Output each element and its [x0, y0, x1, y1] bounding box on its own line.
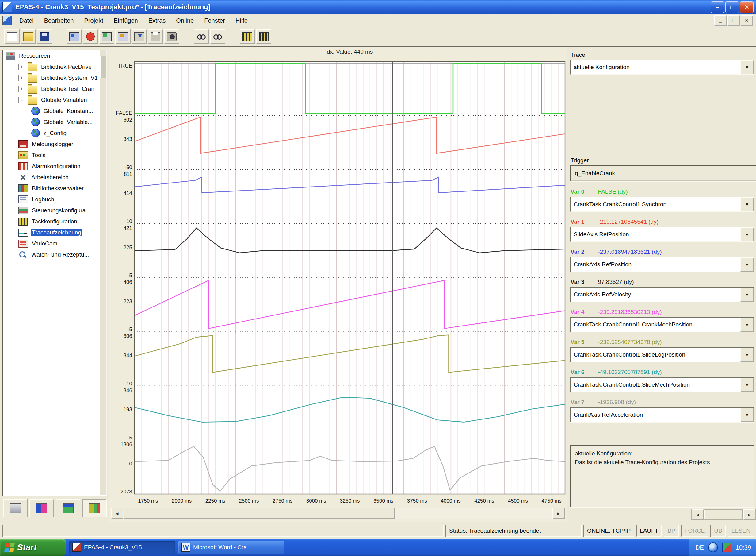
var-1-variable-combobox[interactable]: SlideAxis.RefPosition▼: [570, 227, 754, 242]
organizer-tab-visualization[interactable]: [56, 499, 80, 517]
chevron-down-icon[interactable]: ▼: [741, 408, 754, 422]
var-6-variable-combobox[interactable]: CrankTask.CrankControl1.SlideMechPositio…: [570, 377, 754, 392]
collapse-icon[interactable]: -: [18, 97, 25, 103]
tree-item-watch-und-rezeptu[interactable]: Watch- und Rezeptu...: [3, 249, 106, 260]
tree-item-globale-variable[interactable]: Globale_Variable...: [3, 116, 106, 128]
menu-fenster[interactable]: Fenster: [199, 15, 230, 26]
tree-item-variocam[interactable]: VarioCam: [3, 238, 106, 249]
expand-icon[interactable]: +: [18, 64, 25, 70]
toolbar-new-button[interactable]: [4, 29, 20, 44]
scroll-right-button[interactable]: ►: [743, 509, 755, 520]
menu-online[interactable]: Online: [171, 15, 199, 26]
expand-icon[interactable]: +: [18, 85, 25, 92]
trigger-variable-field[interactable]: g_EnableCrank: [570, 165, 756, 182]
organizer-tab-pou[interactable]: [3, 499, 28, 517]
menu-datei[interactable]: Datei: [14, 15, 39, 26]
tray-status-icon[interactable]: [722, 543, 731, 552]
toolbar-download-button[interactable]: [131, 29, 147, 44]
tree-item-taskkonfiguration[interactable]: Taskkonfiguration: [3, 216, 106, 227]
tree-item-tools[interactable]: Tools: [3, 150, 106, 161]
menu-hilfe[interactable]: Hilfe: [230, 15, 253, 26]
toolbar-login-button[interactable]: [67, 29, 82, 44]
menu-einf-gen[interactable]: Einfügen: [109, 15, 143, 26]
tray-network-icon[interactable]: [708, 543, 718, 552]
toolbar-monitor-button[interactable]: [99, 29, 114, 44]
mdi-close-button[interactable]: ✕: [741, 15, 753, 26]
expand-icon[interactable]: +: [18, 75, 25, 81]
menu-extras[interactable]: Extras: [143, 15, 171, 26]
menu-bearbeiten[interactable]: Bearbeiten: [39, 15, 79, 26]
logger-icon: [18, 140, 28, 148]
toolbar-save-button[interactable]: [37, 29, 52, 44]
tree-item-ressourcen[interactable]: Ressourcen: [3, 50, 106, 61]
var-2-variable-combobox[interactable]: CrankAxis.RefPosition▼: [570, 257, 754, 272]
tree-vertical-scrollbar[interactable]: [100, 50, 106, 495]
task-button-word[interactable]: WMicrosoft Word - Cra...: [179, 541, 285, 554]
scrollbar-thumb[interactable]: [124, 508, 395, 519]
var-3-variable-combobox[interactable]: CrankAxis.RefVelocity▼: [570, 287, 754, 302]
chevron-down-icon[interactable]: ▼: [741, 318, 754, 332]
task-button-epas[interactable]: EPAS-4 - Crank3_V15...: [69, 541, 175, 554]
tree-item-meldungslogger[interactable]: Meldungslogger: [3, 139, 106, 150]
tree-item-bibliothek-system-v1[interactable]: +Bibliothek System_V1: [3, 72, 106, 83]
toolbar-open-button[interactable]: [21, 29, 36, 44]
tree-item-logbuch[interactable]: Logbuch: [3, 194, 106, 205]
mdi-minimize-button[interactable]: _: [714, 15, 726, 26]
tree-item-globale-variablen[interactable]: -Globale Variablen: [3, 95, 106, 106]
toolbar-camera-button[interactable]: [164, 29, 179, 44]
chevron-down-icon[interactable]: ▼: [741, 287, 754, 302]
chevron-down-icon[interactable]: ▼: [741, 60, 754, 74]
minimize-button[interactable]: –: [711, 1, 724, 13]
var-7-variable-combobox[interactable]: CrankAxis.RefAcceleration▼: [570, 407, 754, 422]
x-axis-tick-label: 3500 ms: [373, 498, 393, 504]
panel-horizontal-scrollbar[interactable]: ◄ ►: [691, 509, 756, 520]
y-axis-label: -10: [124, 381, 132, 387]
chart-horizontal-scrollbar[interactable]: ◄ ►: [111, 508, 565, 519]
scroll-left-button[interactable]: ◄: [692, 509, 704, 520]
var-4-variable-combobox[interactable]: CrankTask.CrankControl1.CrankMechPositio…: [570, 317, 754, 332]
close-button[interactable]: ✕: [740, 1, 754, 13]
tree-item-traceaufzeichnung[interactable]: Traceaufzeichnung: [3, 227, 106, 238]
toolbar-watch-button[interactable]: [194, 29, 209, 44]
mdi-restore-button[interactable]: □: [727, 15, 740, 26]
scrollbar-thumb[interactable]: [705, 510, 743, 520]
organizer-tab-datatypes[interactable]: [30, 499, 54, 517]
tree-item-globale-konstan[interactable]: Globale_Konstan...: [3, 106, 106, 116]
language-indicator[interactable]: DE: [695, 544, 704, 551]
toolbar-watch-config-button[interactable]: [210, 29, 225, 44]
y-axis-label: -10: [124, 218, 132, 224]
toolbar-scale-value-button[interactable]: [256, 29, 271, 44]
child-window-icon[interactable]: [2, 16, 12, 25]
tree-item-bibliothek-pacdrive[interactable]: +Bibliothek PacDrive_: [3, 61, 106, 72]
toolbar-logout-button[interactable]: [115, 29, 130, 44]
chevron-down-icon[interactable]: ▼: [741, 257, 754, 272]
y-axis-label: -50: [124, 165, 132, 170]
chevron-down-icon[interactable]: ▼: [741, 197, 754, 211]
chevron-down-icon[interactable]: ▼: [741, 378, 754, 392]
organizer-tab-resources[interactable]: [82, 499, 107, 517]
tree-item-alarmkonfiguration[interactable]: Alarmkonfiguration: [3, 161, 106, 172]
trace-config-combobox[interactable]: aktuelle Konfiguration ▼: [570, 60, 754, 75]
y-axis-label: FALSE: [116, 110, 132, 116]
scroll-left-button[interactable]: ◄: [111, 508, 123, 519]
restore-button[interactable]: □: [725, 1, 739, 13]
toolbar-scale-time-button[interactable]: [240, 29, 255, 44]
chevron-down-icon[interactable]: ▼: [741, 228, 754, 242]
scrollbar-thumb[interactable]: [100, 56, 106, 78]
var-5-variable-combobox[interactable]: CrankTask.CrankControl1.SlideLogPosition…: [570, 347, 754, 362]
toolbar-record-button[interactable]: [83, 29, 98, 44]
var-0-variable-combobox[interactable]: CrankTask.CrankControl1.Synchron▼: [570, 197, 754, 212]
scroll-right-button[interactable]: ►: [553, 508, 565, 519]
tree-item-steuerungskonfigura[interactable]: Steuerungskonfigura...: [3, 205, 106, 216]
chevron-down-icon[interactable]: ▼: [741, 348, 754, 362]
trace-plot[interactable]: TRUEFALSE602343-50811414-10421225-540622…: [109, 47, 567, 507]
tree-item-z-config[interactable]: z_Config: [3, 128, 106, 139]
var-6-variable-name: CrankTask.CrankControl1.SlideMechPositio…: [570, 381, 741, 388]
toolbar-print-button[interactable]: [148, 29, 163, 44]
menu-projekt[interactable]: Projekt: [79, 15, 108, 26]
start-button[interactable]: Start: [0, 539, 66, 556]
tree-item-arbeitsbereich[interactable]: Arbeitsbereich: [3, 172, 106, 183]
tab-resources-icon: [89, 503, 100, 513]
tree-item-bibliothek-test-cran[interactable]: +Bibliothek Test_Cran: [3, 83, 106, 95]
tree-item-bibliotheksverwalter[interactable]: Bibliotheksverwalter: [3, 183, 106, 194]
